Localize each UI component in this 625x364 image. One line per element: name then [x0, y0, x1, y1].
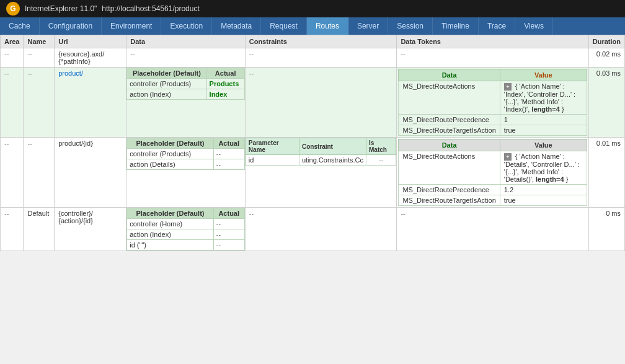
- url-cell: {resource}.axd/{*pathInfo}: [55, 48, 126, 68]
- constraints-cell: --: [245, 48, 397, 68]
- table-row: -- -- product/ Placeholder (Default) Act…: [1, 68, 625, 138]
- constraints-cell: --: [245, 208, 397, 251]
- name-cell: Default: [24, 208, 55, 251]
- url-cell: product/: [55, 68, 126, 138]
- name-cell: --: [24, 138, 55, 208]
- data-cell: --: [126, 48, 246, 68]
- tab-server[interactable]: Server: [348, 17, 388, 35]
- area-cell: --: [1, 68, 24, 138]
- title-bar: G InternetExplorer 11.0" http://localhos…: [0, 0, 625, 17]
- app-logo: G: [6, 2, 20, 16]
- tab-metadata[interactable]: Metadata: [212, 17, 261, 35]
- tab-configuration[interactable]: Configuration: [40, 17, 102, 35]
- data-cell: Placeholder (Default) Actual controller …: [126, 208, 246, 251]
- nav-tabs: Cache Configuration Environment Executio…: [0, 17, 625, 35]
- table-row: -- -- {resource}.axd/{*pathInfo} -- -- -…: [1, 48, 625, 68]
- table-row: -- Default {controller}/{action}/{id} Pl…: [1, 208, 625, 251]
- header-area: Area: [1, 35, 24, 48]
- tab-views[interactable]: Views: [515, 17, 553, 35]
- header-data-tokens: Data Tokens: [397, 35, 588, 48]
- app-url: http://localhost:54561/product: [102, 4, 199, 13]
- tab-routes[interactable]: Routes: [307, 17, 348, 35]
- area-cell: --: [1, 208, 24, 251]
- url-cell: {controller}/{action}/{id}: [55, 208, 126, 251]
- data-cell: Placeholder (Default) Actual controller …: [126, 138, 246, 208]
- tokens-cell: Data Value MS_DirectRouteActions + { 'Ac…: [397, 68, 588, 138]
- tab-session[interactable]: Session: [388, 17, 433, 35]
- header-url: Url: [55, 35, 126, 48]
- routes-table: Area Name Url Data Constraints Data Toke…: [0, 35, 625, 251]
- expand-icon[interactable]: +: [504, 153, 512, 161]
- header-constraints: Constraints: [245, 35, 397, 48]
- app-title: InternetExplorer 11.0": [25, 4, 97, 13]
- tokens-cell: --: [397, 48, 588, 68]
- constraints-cell: --: [245, 68, 397, 138]
- duration-cell: 0.01 ms: [588, 138, 624, 208]
- header-name: Name: [24, 35, 55, 48]
- header-duration: Duration: [588, 35, 624, 48]
- main-content: Area Name Url Data Constraints Data Toke…: [0, 35, 625, 251]
- expand-icon[interactable]: +: [504, 83, 512, 91]
- tab-request[interactable]: Request: [261, 17, 307, 35]
- header-data: Data: [126, 35, 246, 48]
- tokens-cell: Data Value MS_DirectRouteActions + { 'Ac…: [397, 138, 588, 208]
- url-cell: product/{id}: [55, 138, 126, 208]
- area-cell: --: [1, 138, 24, 208]
- name-cell: --: [24, 68, 55, 138]
- data-cell: Placeholder (Default) Actual controller …: [126, 68, 246, 138]
- tab-cache[interactable]: Cache: [0, 17, 40, 35]
- duration-cell: 0.03 ms: [588, 68, 624, 138]
- tab-trace[interactable]: Trace: [479, 17, 515, 35]
- area-cell: --: [1, 48, 24, 68]
- tab-execution[interactable]: Execution: [161, 17, 212, 35]
- tokens-cell: --: [397, 208, 588, 251]
- name-cell: --: [24, 48, 55, 68]
- tab-timeline[interactable]: Timeline: [433, 17, 479, 35]
- tab-environment[interactable]: Environment: [102, 17, 161, 35]
- duration-cell: 0.02 ms: [588, 48, 624, 68]
- table-row: -- -- product/{id} Placeholder (Default)…: [1, 138, 625, 208]
- duration-cell: 0 ms: [588, 208, 624, 251]
- constraints-cell: Parameter Name Constraint Is Match id ut…: [245, 138, 397, 208]
